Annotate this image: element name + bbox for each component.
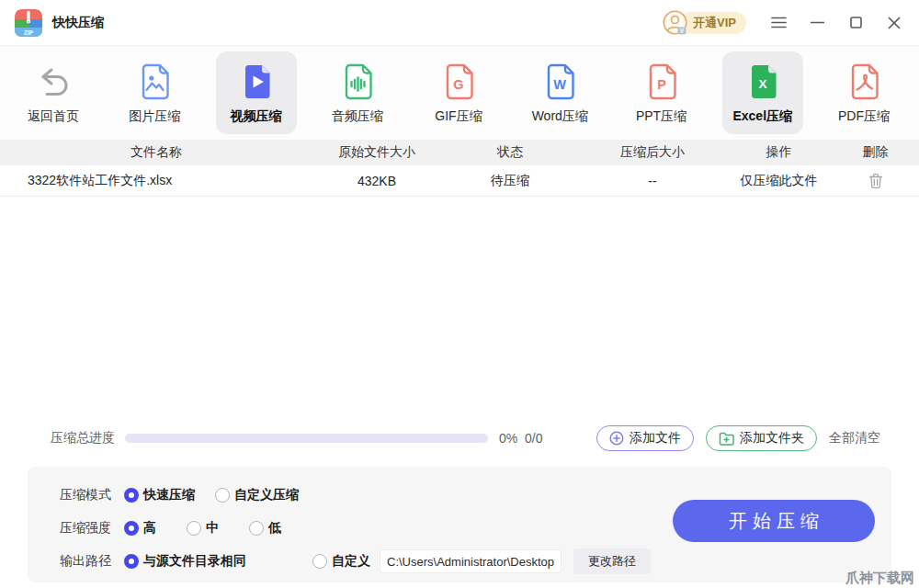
toolbar-label: 图片压缩 <box>129 108 180 125</box>
progress-percent-count: 0% 0/0 <box>499 431 542 446</box>
output-path-label: 输出路径 <box>60 553 124 570</box>
svg-text:V: V <box>680 28 685 34</box>
toolbar-label: 返回首页 <box>28 108 79 125</box>
col-header-original-size: 原始文件大小 <box>312 144 441 161</box>
radio-icon <box>215 488 230 503</box>
output-path-input[interactable] <box>380 549 562 573</box>
toolbar-label: 视频压缩 <box>231 108 282 125</box>
toolbar-label: Word压缩 <box>532 108 588 125</box>
toolbar-item-video-compress[interactable]: 视频压缩 <box>216 51 297 134</box>
svg-text:X: X <box>758 76 766 90</box>
menu-icon[interactable] <box>770 15 787 31</box>
trash-icon[interactable] <box>868 173 883 189</box>
progress-percent: 0% <box>499 431 517 446</box>
compress-strength-label: 压缩强度 <box>60 520 124 537</box>
toolbar-item-word-compress[interactable]: W Word压缩 <box>519 51 600 134</box>
output-path-row: 输出路径 与源文件目录相同 自定义 更改路径 <box>60 545 891 578</box>
compression-settings-panel: 压缩模式 快速压缩 自定义压缩 压缩强度 高 中 低 输出路径 与源文件目录相同 <box>28 467 891 582</box>
col-header-status: 状态 <box>441 144 579 161</box>
app-title: 快快压缩 <box>52 15 104 31</box>
radio-icon <box>249 521 264 536</box>
progress-bar <box>125 434 488 443</box>
radio-same-as-source[interactable]: 与源文件目录相同 <box>124 553 246 570</box>
change-path-button[interactable]: 更改路径 <box>573 548 651 574</box>
col-header-action: 操作 <box>726 144 832 161</box>
image-file-icon <box>134 62 175 102</box>
titlebar: ZIP 快快压缩 V 开通VIP <box>0 0 919 46</box>
svg-text:ZIP: ZIP <box>24 28 34 35</box>
svg-text:P: P <box>657 76 666 91</box>
radio-custom-compress[interactable]: 自定义压缩 <box>215 487 299 503</box>
toolbar-item-back-home[interactable]: 返回首页 <box>13 51 94 134</box>
user-avatar-icon[interactable]: V <box>663 10 687 35</box>
toolbar-label: 音频压缩 <box>332 108 383 125</box>
add-folder-button[interactable]: 添加文件夹 <box>706 425 817 451</box>
toolbar-label: PPT压缩 <box>636 108 686 125</box>
table-row: 3322软件站工作文件.xlsx 432KB 待压缩 -- 仅压缩此文件 <box>0 165 919 197</box>
back-arrow-icon <box>33 62 74 102</box>
minimize-icon[interactable] <box>809 15 825 31</box>
add-folder-label: 添加文件夹 <box>740 430 804 447</box>
col-header-delete: 删除 <box>832 144 919 161</box>
compression-type-toolbar: 返回首页 图片压缩 视频压缩 <box>0 46 919 140</box>
word-file-icon: W <box>539 62 580 102</box>
file-status: 待压缩 <box>441 173 579 189</box>
maximize-icon[interactable] <box>847 15 864 31</box>
compress-mode-label: 压缩模式 <box>60 487 124 503</box>
toolbar-item-audio-compress[interactable]: 音频压缩 <box>317 51 398 134</box>
file-name: 3322软件站工作文件.xlsx <box>0 173 312 189</box>
toolbar-item-ppt-compress[interactable]: P PPT压缩 <box>621 51 702 134</box>
open-vip-label[interactable]: 开通VIP <box>679 12 746 34</box>
circle-plus-icon <box>609 431 624 446</box>
watermark-text: 爪神下载网 <box>845 570 914 587</box>
app-logo-icon: ZIP <box>15 9 42 37</box>
toolbar-item-gif-compress[interactable]: G GIF压缩 <box>418 51 499 134</box>
svg-text:G: G <box>453 76 463 91</box>
toolbar-label: Excel压缩 <box>732 108 792 125</box>
svg-text:W: W <box>553 76 566 91</box>
radio-strength-low[interactable]: 低 <box>249 520 312 537</box>
add-file-button[interactable]: 添加文件 <box>596 425 694 451</box>
start-compress-button[interactable]: 开始压缩 <box>673 500 875 542</box>
ppt-file-icon: P <box>641 62 682 102</box>
vip-button[interactable]: V 开通VIP <box>663 10 746 35</box>
radio-icon <box>312 554 327 569</box>
radio-strength-medium[interactable]: 中 <box>187 520 249 537</box>
col-header-filename: 文件名称 <box>0 144 312 161</box>
file-table-header: 文件名称 原始文件大小 状态 压缩后大小 操作 删除 <box>0 140 919 165</box>
toolbar-label: PDF压缩 <box>838 108 890 125</box>
empty-file-list-area <box>0 197 919 424</box>
radio-icon <box>124 554 139 569</box>
clear-all-button[interactable]: 全部清空 <box>829 430 880 447</box>
col-header-after-size: 压缩后大小 <box>579 144 726 161</box>
add-file-label: 添加文件 <box>630 430 681 447</box>
toolbar-label: GIF压缩 <box>435 108 482 125</box>
file-after-size: -- <box>579 174 726 188</box>
toolbar-item-image-compress[interactable]: 图片压缩 <box>114 51 195 134</box>
radio-custom-path[interactable]: 自定义 <box>312 553 370 570</box>
gif-file-icon: G <box>438 62 479 102</box>
progress-count: 0/0 <box>525 431 542 446</box>
toolbar-item-excel-compress[interactable]: X Excel压缩 <box>722 51 803 134</box>
radio-strength-high[interactable]: 高 <box>124 520 187 537</box>
radio-icon <box>124 488 139 503</box>
progress-label: 压缩总进度 <box>51 430 115 447</box>
radio-icon <box>187 521 201 536</box>
file-size: 432KB <box>312 174 441 188</box>
toolbar-item-pdf-compress[interactable]: PDF压缩 <box>823 51 904 134</box>
radio-fast-compress[interactable]: 快速压缩 <box>124 487 195 503</box>
pdf-file-icon <box>844 62 884 102</box>
progress-row: 压缩总进度 0% 0/0 添加文件 添加文件夹 全部清空 <box>0 424 919 452</box>
audio-file-icon <box>337 62 378 102</box>
excel-file-icon: X <box>743 62 783 102</box>
video-file-icon <box>236 62 277 102</box>
close-icon[interactable] <box>886 15 902 31</box>
folder-plus-icon <box>719 432 734 446</box>
radio-icon <box>124 521 139 536</box>
compress-this-file-link[interactable]: 仅压缩此文件 <box>726 173 832 189</box>
